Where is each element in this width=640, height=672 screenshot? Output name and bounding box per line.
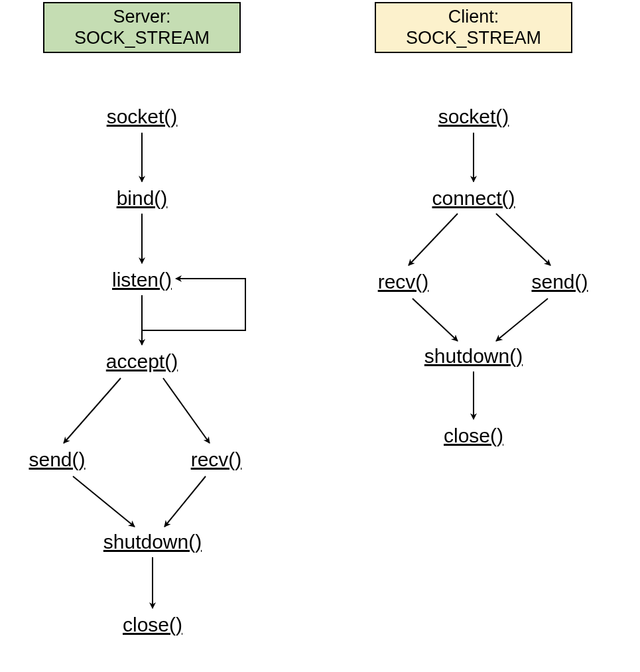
server-bind-node: bind()	[117, 187, 168, 210]
client-close-node: close()	[444, 425, 503, 447]
client-send-node: send()	[531, 271, 588, 293]
client-header-line2: SOCK_STREAM	[381, 27, 566, 48]
svg-line-6	[164, 476, 206, 527]
client-header-box: Client: SOCK_STREAM	[375, 2, 572, 53]
server-header-line1: Server:	[50, 6, 234, 27]
client-recv-node: recv()	[378, 271, 429, 293]
server-accept-node: accept()	[106, 350, 178, 373]
svg-line-3	[64, 378, 121, 443]
server-close-node: close()	[123, 614, 182, 636]
svg-line-11	[413, 299, 458, 341]
svg-line-10	[496, 214, 550, 265]
svg-line-9	[409, 214, 458, 265]
flow-arrows	[0, 0, 640, 672]
client-socket-node: socket()	[438, 105, 509, 128]
server-listen-node: listen()	[112, 269, 172, 291]
client-shutdown-node: shutdown()	[424, 345, 523, 368]
server-header-box: Server: SOCK_STREAM	[43, 2, 241, 53]
server-recv-node: recv()	[191, 448, 242, 471]
svg-line-5	[73, 476, 135, 527]
server-socket-node: socket()	[107, 105, 178, 128]
svg-line-4	[163, 378, 210, 443]
server-header-line2: SOCK_STREAM	[50, 27, 234, 48]
server-shutdown-node: shutdown()	[103, 531, 202, 553]
client-header-line1: Client:	[381, 6, 566, 27]
client-connect-node: connect()	[432, 187, 515, 210]
svg-line-12	[496, 299, 548, 341]
server-send-node: send()	[29, 448, 85, 471]
